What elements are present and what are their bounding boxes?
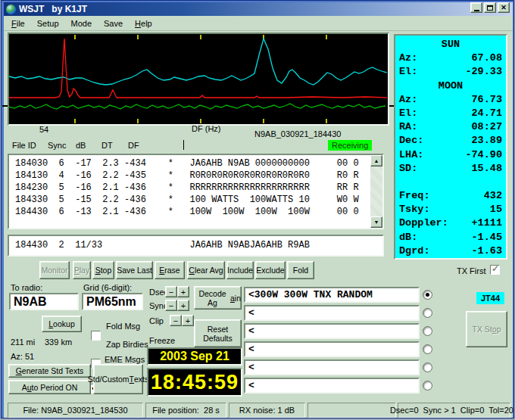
azimuth-label: Az: 51 <box>11 352 34 361</box>
tx-stop-button[interactable]: TX Stop <box>466 311 507 347</box>
mode-badge: JT44 <box>476 292 504 304</box>
clear-avg-button[interactable]: Clear Avg <box>187 261 225 279</box>
astro-data-line: LHA:-74.90 <box>399 148 502 162</box>
current-spectrum <box>9 39 387 98</box>
astro-data-line: Az:76.73 <box>399 93 502 107</box>
fold-msg-checkbox[interactable] <box>91 331 101 341</box>
spectrum-graph-panel[interactable] <box>8 33 389 126</box>
menu-file[interactable]: File <box>5 17 31 30</box>
maximize-icon <box>487 5 493 11</box>
auto-period-button[interactable]: Auto Period ON <box>8 380 91 394</box>
reset-defaults-button[interactable]: Reset Defaults <box>194 319 242 347</box>
include-button[interactable]: Include <box>226 261 254 279</box>
col-header-file-id: File ID <box>12 141 36 150</box>
message-radio[interactable] <box>423 308 432 318</box>
col-header-db: dB <box>76 141 86 150</box>
title-bar[interactable]: WSJT by K1JT <box>4 2 513 16</box>
decode-row[interactable]: 184130 4 -16 2.2 -435 * R0R0R0R0R0R0R0R0… <box>15 170 370 182</box>
menu-bar: File Setup Mode Save Help <box>4 16 513 31</box>
tx-message-field-6[interactable] <box>244 378 420 394</box>
graph-file-label: N9AB_030921_184430 <box>254 129 341 138</box>
status-file: File: N9AB_030921_184530 <box>8 403 143 418</box>
fold-msg-label: Fold Msg <box>106 322 140 331</box>
noise-baseline <box>9 104 385 109</box>
decode-row[interactable]: 184430 6 -13 2.1 -436 * 100W 100W 100W 1… <box>15 206 370 218</box>
menu-mode[interactable]: Mode <box>65 17 98 30</box>
dsec-plus-button[interactable]: + <box>177 286 189 297</box>
lookup-button[interactable]: Lookup <box>42 316 82 332</box>
grid-input[interactable] <box>82 293 143 310</box>
message-radio[interactable] <box>423 344 432 354</box>
minus-icon: − <box>169 288 173 297</box>
stop-button[interactable]: Stop <box>92 261 114 279</box>
close-icon: ✕ <box>501 4 507 11</box>
menu-help[interactable]: Help <box>129 17 158 30</box>
message-radio[interactable] <box>423 381 432 390</box>
status-rx-noise: RX noise: 1 dB <box>229 403 305 418</box>
plus-icon: + <box>186 316 190 325</box>
grid-label: Grid (6-digit): <box>83 283 132 292</box>
clip-plus-button[interactable]: + <box>182 315 194 326</box>
decode-again-button[interactable]: Decode Again <box>194 286 242 310</box>
col-header-df: DF <box>128 141 139 150</box>
play-button[interactable]: Play <box>73 261 91 279</box>
message-radio[interactable] <box>423 290 432 300</box>
graph-x-axis-label: DF (Hz) <box>192 124 221 133</box>
status-params: Dsec=0 Sync > 1 Clip=0 Tol=200 <box>398 403 510 418</box>
astro-data-line: El:-29.33 <box>399 65 502 79</box>
window-title: WSJT by K1JT <box>19 4 87 14</box>
tx-first-checkbox[interactable] <box>490 265 500 275</box>
save-last-button[interactable]: Save Last <box>116 261 153 279</box>
message-radio[interactable] <box>423 362 432 372</box>
menu-save[interactable]: Save <box>98 17 129 30</box>
tx-message-field-1[interactable] <box>244 287 420 303</box>
astro-section-header: SUN <box>399 38 502 51</box>
maximize-button[interactable] <box>484 2 496 13</box>
minimize-button[interactable] <box>470 2 482 13</box>
scroll-up-button[interactable]: ▲ <box>370 155 382 166</box>
scroll-up-icon: ▲ <box>374 158 379 163</box>
tx-message-field-4[interactable] <box>244 341 420 357</box>
tx-first-label: TX First <box>457 266 486 275</box>
date-display: 2003 Sep 21 <box>147 347 242 366</box>
scroll-down-icon: ▼ <box>374 219 379 225</box>
decode-row[interactable]: 184230 5 -16 2.1 -436 * RRRRRRRRRRRRRRRR… <box>15 182 370 194</box>
tx-message-field-5[interactable] <box>244 359 420 375</box>
minimize-icon <box>474 10 479 11</box>
col-header-sync: Sync <box>48 141 66 150</box>
exclude-button[interactable]: Exclude <box>255 261 286 279</box>
generate-std-texts-button[interactable]: Generate Std Texts <box>8 364 91 378</box>
freeze-label: Freeze <box>149 336 175 345</box>
decode-list[interactable]: 184030 6 -17 2.3 -434 * JA6AHB N9AB 0000… <box>8 154 384 229</box>
scrollbar[interactable]: ▲ ▼ <box>370 155 382 228</box>
col-header-dt: DT <box>101 141 113 150</box>
menu-setup[interactable]: Setup <box>31 17 65 30</box>
astro-data-line: Az:67.08 <box>399 51 502 65</box>
scroll-down-button[interactable]: ▼ <box>370 216 382 228</box>
sync-minus-button[interactable]: − <box>165 300 177 311</box>
decode-row[interactable]: 184330 5 -15 2.2 -436 * 100 WATTS 100WAT… <box>15 194 370 206</box>
clip-minus-button[interactable]: − <box>170 315 182 326</box>
erase-button[interactable]: Erase <box>154 261 185 279</box>
std-custom-texts-button[interactable]: Std/Custom Texts <box>93 364 143 394</box>
wsjt-window: WSJT by K1JT ✕ File Setup Mode Save Help… <box>1 0 514 418</box>
astro-data-line: El:24.71 <box>399 107 502 120</box>
decode-row[interactable]: 184030 6 -17 2.3 -434 * JA6AHB N9AB 0000… <box>15 157 370 170</box>
astro-data-line: Tsky:15 <box>399 203 502 216</box>
sync-plus-button[interactable]: + <box>177 300 189 311</box>
tx-message-field-2[interactable] <box>244 305 420 321</box>
status-file-position: File position: 28 s <box>145 403 226 418</box>
message-radio[interactable] <box>423 326 432 336</box>
monitor-button[interactable]: Monitor <box>39 261 70 279</box>
dsec-minus-button[interactable]: − <box>165 286 177 297</box>
astro-data-line: Dgrd:-1.63 <box>399 244 502 258</box>
fold-button[interactable]: Fold <box>287 261 314 279</box>
to-radio-input[interactable] <box>9 293 79 310</box>
tx-message-field-3[interactable] <box>244 323 420 339</box>
text-cursor <box>183 140 184 150</box>
average-decode-box[interactable]: 184430 2 11/33 JA6AHB N9ABJA6AHB R9AB <box>8 235 384 257</box>
eme-msgs-label: EME Msgs <box>105 355 145 364</box>
minus-icon: − <box>169 301 173 310</box>
close-button[interactable]: ✕ <box>498 2 510 13</box>
plus-icon: + <box>181 301 186 310</box>
